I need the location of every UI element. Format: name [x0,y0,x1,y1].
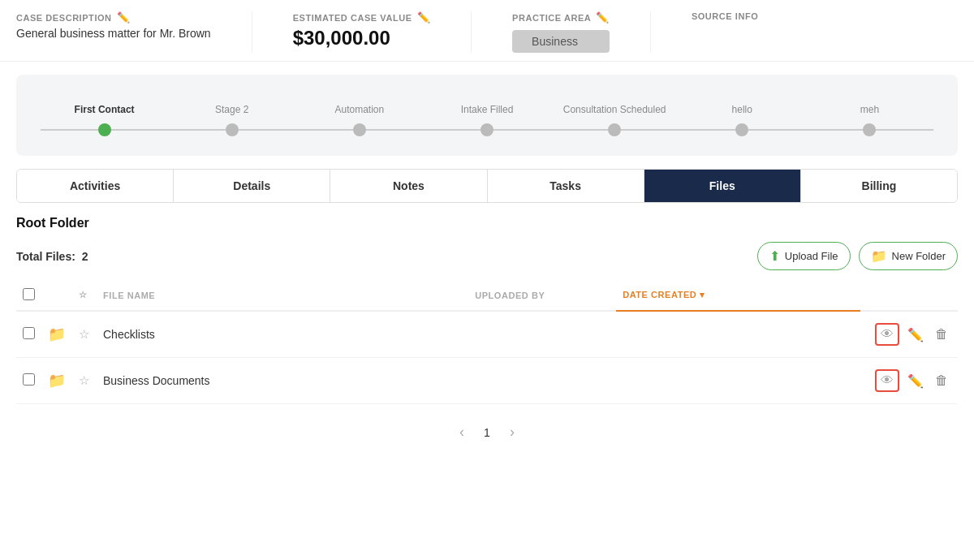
star-icon[interactable]: ☆ [79,327,89,341]
table-header-row: ☆ FILE NAME UPLOADED BY DATE CREATED ▾ [16,280,958,311]
filename-cell: Business Documents [97,358,403,404]
stage-dot[interactable] [226,123,239,136]
root-folder-title: Root Folder [16,216,958,230]
practice-area-badge: Business [512,30,610,53]
files-area: Root Folder Total Files: 2 ⬆ Upload File… [0,216,974,404]
stage-dot-wrapper[interactable] [423,123,550,136]
current-page: 1 [484,426,490,439]
stage-dot[interactable] [863,123,876,136]
stage-dot[interactable] [735,123,748,136]
folder-icon: 📁 [48,326,66,342]
stage-dot[interactable] [481,123,493,136]
stage-label: First Contact [41,91,168,117]
uploaded-by-col-header: UPLOADED BY [403,280,616,311]
stage-dot-wrapper[interactable] [806,123,933,136]
tab-billing[interactable]: Billing [801,170,957,202]
stage-label: Intake Filled [423,91,550,117]
new-folder-button[interactable]: 📁 New Folder [859,242,958,270]
actions-cell: 👁 ✏️ 🗑 [860,311,958,358]
estimated-value-section: ESTIMATED CASE VALUE ✏️ $30,000.00 [293,11,430,50]
stage-label: hello [679,91,806,117]
header: CASE DESCRIPTION ✏️ General business mat… [0,0,974,62]
uploaded-by-cell [403,358,616,404]
toolbar-buttons: ⬆ Upload File 📁 New Folder [757,242,958,270]
stage-label: Stage 2 [168,91,295,117]
divider-2 [471,11,472,53]
case-description-edit-icon[interactable]: ✏️ [117,11,131,24]
estimated-value-label: ESTIMATED CASE VALUE ✏️ [293,11,430,24]
stage-dot[interactable] [98,123,111,136]
table-row: 📁☆Business Documents 👁 ✏️ 🗑 [16,358,958,404]
date-created-cell [616,358,860,404]
stage-dot-wrapper[interactable] [168,123,295,136]
files-table: ☆ FILE NAME UPLOADED BY DATE CREATED ▾ 📁… [16,280,958,404]
stage-dot[interactable] [608,123,621,136]
table-row: 📁☆Checklists 👁 ✏️ 🗑 [16,311,958,358]
filename-cell: Checklists [97,311,403,358]
case-description-label: CASE DESCRIPTION ✏️ [16,11,211,24]
tab-files[interactable]: Files [644,170,801,202]
edit-button[interactable]: ✏️ [904,370,927,392]
stage-dot-wrapper[interactable] [679,123,806,136]
folder-icon-cell: 📁 [41,311,72,358]
divider-3 [650,11,651,53]
folder-icon-cell: 📁 [41,358,72,404]
source-info-label: SOURCE INFO [692,11,758,21]
folder-icon-col [41,280,72,311]
case-description-section: CASE DESCRIPTION ✏️ General business mat… [16,11,211,40]
new-folder-icon: 📁 [871,248,887,264]
estimated-value: $30,000.00 [293,27,430,50]
star-header-icon: ☆ [79,290,88,299]
date-created-col-header[interactable]: DATE CREATED ▾ [616,280,860,311]
tab-details[interactable]: Details [174,170,330,202]
delete-button[interactable]: 🗑 [932,370,951,391]
tabs-bar: ActivitiesDetailsNotesTasksFilesBilling [16,169,958,203]
select-all-col [16,280,41,311]
star-cell[interactable]: ☆ [72,311,97,358]
folder-icon: 📁 [48,373,66,389]
stage-label: Automation [295,91,423,117]
prev-page-button[interactable]: ‹ [453,420,471,444]
stage-label: Consultation Scheduled [551,91,679,117]
stage-progress-area: First ContactStage 2AutomationIntake Fil… [16,75,958,156]
stage-dot[interactable] [353,123,366,136]
stage-dot-wrapper[interactable] [295,123,423,136]
select-all-checkbox[interactable] [23,288,35,300]
upload-file-button[interactable]: ⬆ Upload File [757,242,851,270]
files-toolbar: Total Files: 2 ⬆ Upload File 📁 New Folde… [16,242,958,270]
case-description-value: General business matter for Mr. Brown [16,27,211,40]
edit-button[interactable]: ✏️ [904,324,927,346]
practice-area-label: PRACTICE AREA ✏️ [512,11,610,24]
sort-icon: ▾ [700,290,705,299]
view-button[interactable]: 👁 [875,369,899,392]
tab-activities[interactable]: Activities [17,170,174,202]
star-col: ☆ [72,280,97,311]
filename-col-header: FILE NAME [97,280,403,311]
delete-button[interactable]: 🗑 [932,324,951,345]
stage-dot-wrapper[interactable] [41,123,168,136]
stage-dot-wrapper[interactable] [551,123,679,136]
stage-label: meh [806,91,933,117]
row-checkbox[interactable] [23,373,35,386]
view-button[interactable]: 👁 [875,323,899,346]
practice-area-section: PRACTICE AREA ✏️ Business [512,11,610,53]
total-files-count: Total Files: 2 [16,250,88,263]
actions-cell: 👁 ✏️ 🗑 [860,358,958,404]
practice-area-edit-icon[interactable]: ✏️ [596,11,610,24]
star-cell[interactable]: ☆ [72,358,97,404]
uploaded-by-cell [403,311,616,358]
pagination: ‹ 1 › [0,404,974,452]
divider-1 [252,11,252,53]
actions-col-header [860,280,958,311]
row-checkbox[interactable] [23,327,35,339]
source-info-section: SOURCE INFO [692,11,758,21]
tab-notes[interactable]: Notes [330,170,487,202]
estimated-value-edit-icon[interactable]: ✏️ [417,11,431,24]
date-created-cell [616,311,860,358]
upload-icon: ⬆ [769,248,780,264]
next-page-button[interactable]: › [503,420,521,444]
star-icon[interactable]: ☆ [79,373,89,387]
tab-tasks[interactable]: Tasks [488,170,644,202]
